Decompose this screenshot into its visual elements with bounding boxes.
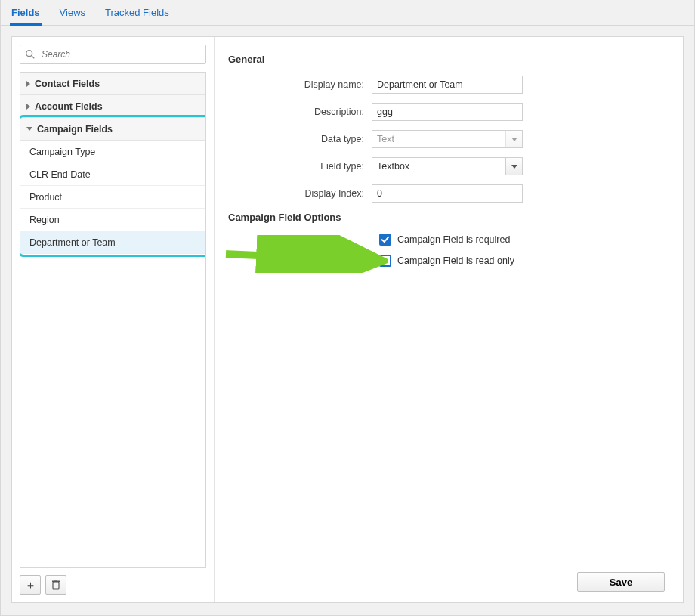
section-general: General	[228, 54, 660, 65]
annotation-arrow	[222, 235, 388, 273]
tab-fields[interactable]: Fields	[10, 1, 42, 26]
caret-down-icon	[26, 127, 32, 131]
svg-line-6	[226, 254, 362, 260]
tree-item-department-or-team[interactable]: Department or Team	[20, 231, 205, 254]
checkbox-required[interactable]	[379, 234, 391, 246]
svg-rect-3	[52, 580, 60, 582]
select-field-type-value: Textbox	[372, 161, 505, 172]
sidebar: Contact Fields Account Fields Campaign F…	[12, 37, 215, 602]
tabs-bar: Fields Views Tracked Fields	[1, 0, 694, 26]
svg-line-1	[32, 56, 35, 59]
fields-tree: Contact Fields Account Fields Campaign F…	[20, 72, 206, 568]
input-description[interactable]	[372, 103, 523, 121]
select-field-type[interactable]: Textbox	[372, 157, 523, 175]
select-data-type-button	[505, 131, 522, 147]
tree-group-label: Campaign Fields	[37, 124, 113, 135]
tree-group-account-fields[interactable]: Account Fields	[20, 95, 205, 118]
tab-tracked-fields[interactable]: Tracked Fields	[103, 0, 171, 25]
section-options: Campaign Field Options	[228, 212, 660, 223]
details-pane: General Display name: Description: Data …	[215, 37, 683, 602]
label-display-name: Display name:	[228, 79, 372, 90]
tree-group-label: Account Fields	[35, 101, 103, 112]
tree-item-campaign-type[interactable]: Campaign Type	[20, 141, 205, 163]
input-display-name[interactable]	[372, 76, 523, 94]
search-icon	[25, 49, 36, 60]
plus-icon: ＋	[25, 578, 36, 593]
tree-group-campaign-fields[interactable]: Campaign Fields	[20, 118, 205, 141]
label-description: Description:	[228, 107, 372, 117]
row-description: Description:	[228, 103, 660, 121]
trash-icon	[51, 579, 60, 592]
sidebar-toolbar: ＋	[20, 575, 206, 595]
svg-rect-2	[53, 582, 59, 589]
label-data-type: Data type:	[228, 134, 372, 144]
save-button[interactable]: Save	[577, 572, 665, 592]
label-display-index: Display Index:	[228, 188, 372, 199]
row-display-name: Display name:	[228, 76, 660, 94]
search-wrap	[20, 45, 206, 64]
chevron-down-icon	[511, 165, 517, 169]
select-data-type-value: Text	[372, 134, 505, 144]
checkbox-readonly[interactable]	[379, 255, 391, 267]
row-readonly: Campaign Field is read only	[379, 255, 660, 267]
tab-views[interactable]: Views	[58, 0, 87, 25]
row-field-type: Field type: Textbox	[228, 157, 660, 175]
select-data-type: Text	[372, 130, 523, 148]
delete-button[interactable]	[45, 575, 66, 595]
main-panel: Contact Fields Account Fields Campaign F…	[11, 36, 684, 603]
label-field-type: Field type:	[228, 161, 372, 172]
input-display-index[interactable]	[372, 184, 523, 203]
caret-right-icon	[26, 81, 30, 87]
svg-rect-4	[54, 580, 57, 581]
row-required: Campaign Field is required	[379, 234, 660, 246]
tree-item-clr-end-date[interactable]: CLR End Date	[20, 163, 205, 186]
svg-point-0	[26, 51, 32, 57]
row-data-type: Data type: Text	[228, 130, 660, 148]
tree-group-contact-fields[interactable]: Contact Fields	[20, 73, 205, 95]
select-field-type-button[interactable]	[505, 158, 522, 175]
chevron-down-icon	[511, 138, 517, 141]
caret-right-icon	[26, 104, 30, 110]
search-input[interactable]	[40, 48, 201, 60]
label-readonly: Campaign Field is read only	[397, 255, 514, 266]
tree-item-region[interactable]: Region	[20, 209, 205, 231]
add-button[interactable]: ＋	[20, 575, 41, 595]
row-display-index: Display Index:	[228, 184, 660, 203]
tree-group-label: Contact Fields	[35, 79, 100, 89]
label-required: Campaign Field is required	[397, 234, 510, 245]
tree-item-product[interactable]: Product	[20, 186, 205, 209]
